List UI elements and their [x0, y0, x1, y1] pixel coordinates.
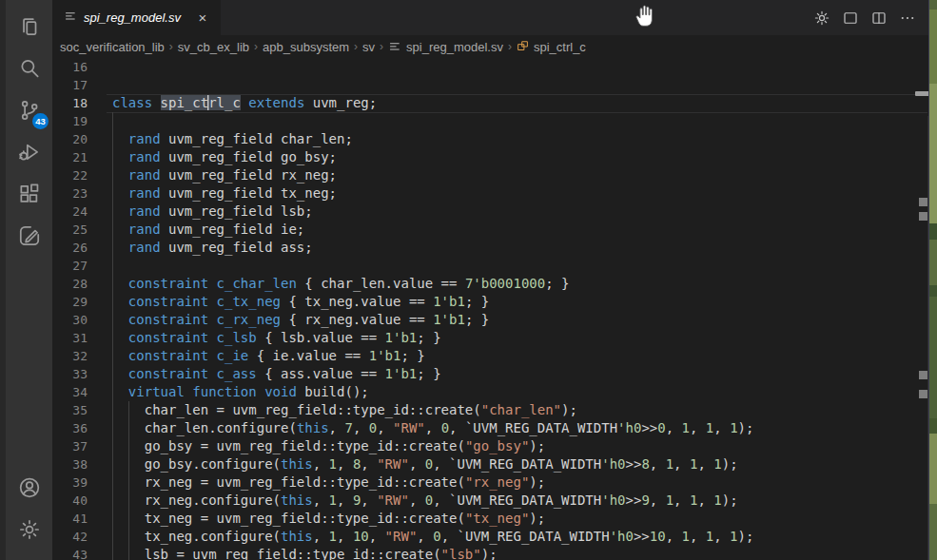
breadcrumb-label: soc_verification_lib: [60, 40, 165, 54]
code-line[interactable]: 34 virtual function void build();: [52, 383, 937, 401]
activity-bar-item-search[interactable]: [6, 48, 52, 89]
code-line[interactable]: 38 go_bsy.configure(this, 1, 8, "RW", 0,…: [52, 455, 937, 473]
breadcrumb-separator: ›: [380, 40, 383, 53]
code-line[interactable]: 27: [52, 257, 937, 275]
breadcrumb-label: spi_reg_model.sv: [406, 40, 503, 54]
code-line[interactable]: 30 constraint c_rx_neg { rx_neg.value ==…: [52, 311, 937, 329]
code-line[interactable]: 33 constraint c_ass { ass.value == 1'b1;…: [52, 365, 937, 383]
tab-label: spi_reg_model.sv: [84, 10, 181, 25]
code-line[interactable]: 22 rand uvm_reg_field rx_neg;: [52, 166, 937, 184]
code-line[interactable]: 36 char_len.configure(this, 7, 0, "RW", …: [52, 419, 937, 437]
code-line[interactable]: 16: [52, 58, 937, 76]
line-number[interactable]: 41: [52, 510, 88, 528]
code-line[interactable]: 24 rand uvm_reg_field lsb;: [52, 203, 937, 221]
line-number[interactable]: 31: [52, 329, 88, 347]
line-number[interactable]: 17: [52, 76, 88, 94]
activity-bar-item-run-debug[interactable]: [6, 131, 52, 173]
activity-bar-item-extensions[interactable]: [6, 173, 52, 215]
square-icon: [842, 10, 859, 27]
overview-ruler-marker: [919, 390, 927, 398]
code-line[interactable]: 35 char_len = uvm_reg_field::type_id::cr…: [52, 401, 937, 419]
activity-bar-item-settings[interactable]: [6, 509, 52, 550]
breadcrumb-item-soc_verification_lib[interactable]: soc_verification_lib: [60, 40, 165, 54]
line-number[interactable]: 36: [52, 419, 88, 437]
breadcrumb-item-spi_ctrl_c[interactable]: spi_ctrl_c: [517, 40, 586, 54]
editor-action-split-editor[interactable]: [869, 8, 889, 29]
editor-action-configure[interactable]: [811, 8, 832, 29]
activity-bar-item-accounts[interactable]: [6, 467, 52, 509]
line-number[interactable]: 42: [52, 528, 88, 546]
line-number[interactable]: 19: [52, 112, 88, 130]
code-text: rand uvm_reg_field char_len;: [112, 130, 353, 148]
code-line[interactable]: 25 rand uvm_reg_field ie;: [52, 221, 937, 239]
code-line[interactable]: 19: [52, 112, 937, 130]
line-number[interactable]: 23: [52, 184, 88, 203]
line-number[interactable]: 40: [52, 492, 88, 510]
extensions-icon: [17, 182, 42, 206]
breadcrumb-label: sv: [362, 40, 375, 54]
line-number[interactable]: 22: [52, 166, 88, 184]
code-text: constraint c_tx_neg { tx_neg.value == 1'…: [112, 293, 489, 311]
line-number[interactable]: 25: [52, 221, 88, 239]
line-number[interactable]: 39: [52, 473, 88, 492]
activity-bar-item-notebook-edit[interactable]: [6, 215, 52, 257]
activity-bar-item-source-control[interactable]: 43: [6, 89, 52, 131]
code-line[interactable]: 29 constraint c_tx_neg { tx_neg.value ==…: [52, 293, 937, 311]
line-number[interactable]: 30: [52, 311, 88, 329]
line-number[interactable]: 28: [52, 275, 88, 293]
code-line[interactable]: 37 go_bsy = uvm_reg_field::type_id::crea…: [52, 437, 937, 455]
line-number[interactable]: 29: [52, 293, 88, 311]
code-text: rand uvm_reg_field rx_neg;: [112, 166, 337, 184]
code-text: lsb = uvm_reg_field::type_id::create("ls…: [112, 546, 498, 560]
activity-bar-item-explorer[interactable]: [6, 6, 52, 48]
line-number[interactable]: 20: [52, 130, 88, 148]
breadcrumb-item-sv_cb_ex_lib[interactable]: sv_cb_ex_lib: [178, 40, 249, 54]
line-number[interactable]: 18: [52, 94, 88, 112]
code-line[interactable]: 40 rx_neg.configure(this, 1, 9, "RW", 0,…: [52, 492, 937, 510]
code-line[interactable]: 20 rand uvm_reg_field char_len;: [52, 130, 937, 148]
line-number[interactable]: 38: [52, 455, 88, 473]
breadcrumb-item-sv[interactable]: sv: [362, 40, 375, 54]
debug-icon: [17, 140, 42, 164]
code-text: rand uvm_reg_field ie;: [112, 221, 304, 239]
editor-action-more-actions[interactable]: [897, 8, 918, 29]
line-number[interactable]: 32: [52, 347, 88, 365]
editor-actions: [811, 0, 937, 35]
code-line[interactable]: 41 tx_neg = uvm_reg_field::type_id::crea…: [52, 510, 937, 528]
green-strip: [929, 0, 937, 560]
code-line[interactable]: 23 rand uvm_reg_field tx_neg;: [52, 184, 937, 203]
edit-square-icon: [17, 223, 42, 248]
code-line[interactable]: 18class spi_ctrl_c extends uvm_reg;: [52, 94, 937, 112]
code-line[interactable]: 42 tx_neg.configure(this, 1, 10, "RW", 0…: [52, 528, 937, 546]
code-editor[interactable]: 161718class spi_ctrl_c extends uvm_reg;1…: [52, 58, 937, 560]
code-line[interactable]: 26 rand uvm_reg_field ass;: [52, 239, 937, 257]
breadcrumb-item-apb_subsystem[interactable]: apb_subsystem: [263, 40, 349, 54]
line-number[interactable]: 34: [52, 383, 88, 401]
code-text: constraint c_rx_neg { rx_neg.value == 1'…: [112, 311, 489, 329]
line-number[interactable]: 37: [52, 437, 88, 455]
code-text: rand uvm_reg_field lsb;: [112, 203, 313, 221]
line-number[interactable]: 33: [52, 365, 88, 383]
line-number[interactable]: 35: [52, 401, 88, 419]
breadcrumb-item-spi_reg_model.sv[interactable]: spi_reg_model.sv: [388, 40, 503, 54]
code-line[interactable]: 21 rand uvm_reg_field go_bsy;: [52, 148, 937, 166]
code-line[interactable]: 31 constraint c_lsb { lsb.value == 1'b1;…: [52, 329, 937, 347]
code-text: go_bsy.configure(this, 1, 8, "RW", 0, `U…: [112, 455, 738, 473]
line-number[interactable]: 16: [52, 58, 88, 76]
line-number[interactable]: 21: [52, 148, 88, 166]
line-number[interactable]: 27: [52, 257, 88, 275]
code-line[interactable]: 17: [52, 76, 937, 94]
account-icon: [17, 475, 42, 500]
overview-ruler-marker: [919, 198, 927, 206]
code-line[interactable]: 39 rx_neg = uvm_reg_field::type_id::crea…: [52, 473, 937, 492]
line-number[interactable]: 43: [52, 546, 88, 560]
code-line[interactable]: 43 lsb = uvm_reg_field::type_id::create(…: [52, 546, 937, 560]
editor-action-layout[interactable]: [840, 8, 861, 29]
code-line[interactable]: 28 constraint c_char_len { char_len.valu…: [52, 275, 937, 293]
code-line[interactable]: 32 constraint c_ie { ie.value == 1'b1; }: [52, 347, 937, 365]
tab-spi_reg_model[interactable]: spi_reg_model.sv ×: [52, 0, 221, 35]
line-number[interactable]: 24: [52, 203, 88, 221]
tab-close-icon[interactable]: ×: [194, 10, 211, 27]
line-number[interactable]: 26: [52, 239, 88, 257]
code-text: char_len = uvm_reg_field::type_id::creat…: [112, 401, 577, 419]
